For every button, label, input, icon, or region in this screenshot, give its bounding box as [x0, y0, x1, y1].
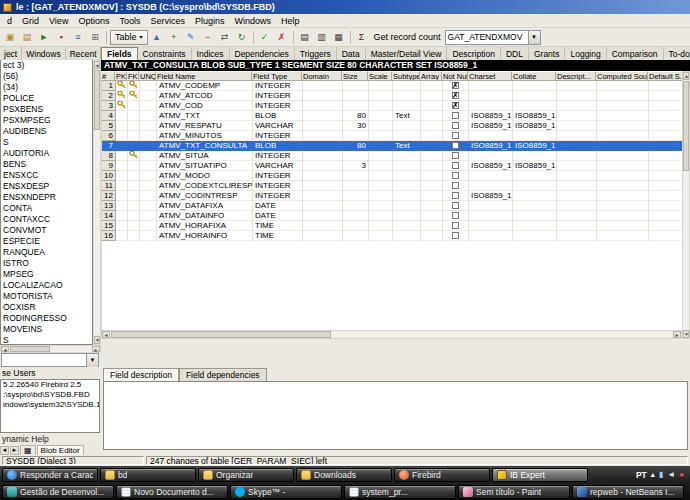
domain-cell[interactable] — [303, 91, 343, 101]
subtype-cell[interactable] — [393, 121, 421, 131]
table-menu-button[interactable]: Table ▾ — [110, 30, 148, 45]
tree-item[interactable]: MPSEG — [1, 269, 92, 280]
domain-cell[interactable] — [303, 81, 343, 91]
tree-horizontal-scrollbar[interactable]: ◄ ► — [0, 345, 101, 353]
default-source-cell[interactable] — [649, 111, 682, 121]
taskbar-button-organizar[interactable]: Organizar — [198, 468, 294, 482]
tree-item[interactable]: S — [1, 335, 92, 345]
array-cell[interactable] — [421, 101, 443, 111]
not-null-cell[interactable] — [443, 161, 469, 171]
charset-cell[interactable] — [469, 151, 513, 161]
pk-cell[interactable] — [116, 151, 128, 161]
field-type-cell[interactable]: INTEGER — [253, 171, 303, 181]
row-number[interactable]: 9 — [102, 161, 116, 171]
row-number[interactable]: 14 — [102, 211, 116, 221]
row-number[interactable]: 5 — [102, 121, 116, 131]
taskbar-button-skype[interactable]: Skype™ - — [230, 485, 342, 499]
row-number[interactable]: 16 — [102, 231, 116, 241]
field-name-cell[interactable]: ATMV_TXT_CONSULTA — [157, 141, 253, 151]
unq-cell[interactable] — [140, 161, 157, 171]
tree-item[interactable]: CONTAXCC — [1, 214, 92, 225]
not-null-checkbox[interactable] — [452, 142, 459, 149]
subtype-cell[interactable] — [393, 171, 421, 181]
field-name-cell[interactable]: ATMV_CODEXTCLIRESP — [157, 181, 253, 191]
charset-cell[interactable] — [469, 201, 513, 211]
pk-cell[interactable] — [116, 131, 128, 141]
description-cell[interactable] — [557, 121, 597, 131]
scroll-thumb[interactable] — [111, 331, 331, 338]
field-type-cell[interactable]: INTEGER — [253, 101, 303, 111]
table-row[interactable]: 10ATMV_MODOINTEGER — [102, 171, 682, 181]
table-row[interactable]: 15ATMV_HORAFIXATIME — [102, 221, 682, 231]
scale-cell[interactable] — [369, 151, 393, 161]
field-name-cell[interactable]: ATMV_CODINTRESP — [157, 191, 253, 201]
charset-cell[interactable]: ISO8859_1 — [469, 191, 513, 201]
unq-cell[interactable] — [140, 191, 157, 201]
pk-cell[interactable] — [116, 81, 128, 91]
taskbar-button-gest-o-de-desenvol[interactable]: Gestão de Desenvol... — [2, 485, 114, 499]
field-type-cell[interactable]: BLOB — [253, 111, 303, 121]
array-cell[interactable] — [421, 91, 443, 101]
pk-cell[interactable] — [116, 101, 128, 111]
computed-source-cell[interactable] — [597, 231, 649, 241]
row-number[interactable]: 1 — [102, 81, 116, 91]
edit-field-icon[interactable]: ✎ — [183, 30, 199, 45]
column-header-domain[interactable]: Domain — [302, 71, 342, 81]
default-source-cell[interactable] — [649, 141, 682, 151]
unq-cell[interactable] — [140, 141, 157, 151]
tab-fields[interactable]: Fields — [101, 47, 138, 60]
table-row[interactable]: 8ATMV_SITUAINTEGER — [102, 151, 682, 161]
database-info-list[interactable]: 5.2.26540 Firebird 2.5:\syspro\bd\SYSDB.… — [0, 379, 100, 433]
menu-windows[interactable]: Windows — [229, 15, 276, 27]
not-null-checkbox[interactable] — [452, 162, 459, 169]
pk-cell[interactable] — [116, 111, 128, 121]
pk-cell[interactable] — [116, 141, 128, 151]
not-null-checkbox[interactable] — [452, 212, 459, 219]
subtype-cell[interactable] — [393, 211, 421, 221]
charset-cell[interactable] — [469, 101, 513, 111]
table-row[interactable]: 5ATMV_RESPATUVARCHAR30ISO8859_1ISO8859_1 — [102, 121, 682, 131]
explorer-tab-ject[interactable]: ject — [0, 47, 22, 60]
description-cell[interactable] — [557, 111, 597, 121]
computed-source-cell[interactable] — [597, 211, 649, 221]
taskbar-button-bd[interactable]: bd — [100, 468, 196, 482]
computed-source-cell[interactable] — [597, 151, 649, 161]
tree-item[interactable]: AUDITORIA — [1, 148, 92, 159]
array-cell[interactable] — [421, 181, 443, 191]
menu-services[interactable]: Services — [145, 15, 190, 27]
column-header-pk[interactable]: PK — [115, 71, 127, 81]
computed-source-cell[interactable] — [597, 111, 649, 121]
field-type-cell[interactable]: TIME — [253, 221, 303, 231]
dependencies-icon[interactable]: ⇄ — [217, 30, 233, 45]
scroll-up-arrow[interactable]: ▲ — [683, 72, 689, 80]
pk-cell[interactable] — [116, 121, 128, 131]
description-cell[interactable] — [557, 211, 597, 221]
scale-cell[interactable] — [369, 211, 393, 221]
subtype-cell[interactable] — [393, 221, 421, 231]
unq-cell[interactable] — [140, 101, 157, 111]
column-header-subtype[interactable]: Subtype — [392, 71, 420, 81]
computed-source-cell[interactable] — [597, 171, 649, 181]
not-null-cell[interactable] — [443, 181, 469, 191]
scale-cell[interactable] — [369, 81, 393, 91]
table-row[interactable]: 6ATMV_MINUTOSINTEGER — [102, 131, 682, 141]
grid-horizontal-scrollbar[interactable]: ◄ ► — [101, 330, 682, 339]
fk-cell[interactable] — [128, 151, 140, 161]
charset-cell[interactable] — [469, 171, 513, 181]
column-header-charset[interactable]: Charset — [468, 71, 512, 81]
taskbar-button-system-pr[interactable]: system_pr... — [344, 485, 456, 499]
row-number[interactable]: 11 — [102, 181, 116, 191]
unq-cell[interactable] — [140, 151, 157, 161]
domain-cell[interactable] — [303, 181, 343, 191]
field-type-cell[interactable]: INTEGER — [253, 81, 303, 91]
description-cell[interactable] — [557, 191, 597, 201]
pk-cell[interactable] — [116, 91, 128, 101]
unq-cell[interactable] — [140, 131, 157, 141]
computed-source-cell[interactable] — [597, 141, 649, 151]
default-source-cell[interactable] — [649, 221, 682, 231]
scale-cell[interactable] — [369, 191, 393, 201]
description-cell[interactable] — [557, 181, 597, 191]
domain-cell[interactable] — [303, 151, 343, 161]
description-cell[interactable] — [557, 201, 597, 211]
tab-indices[interactable]: Indices — [192, 47, 230, 60]
